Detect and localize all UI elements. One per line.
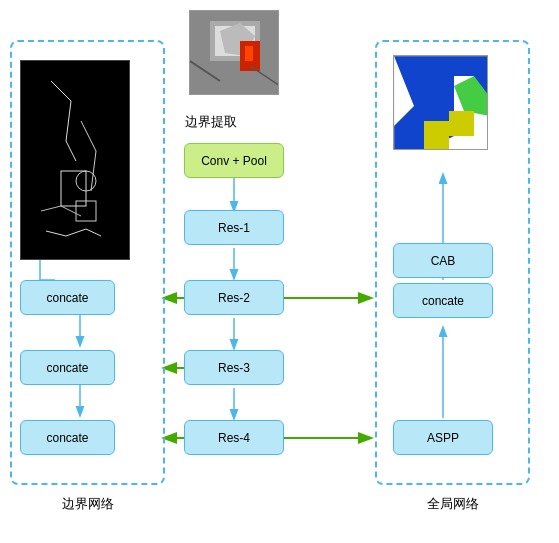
res3-block: Res-3	[184, 350, 284, 385]
left-box	[10, 40, 165, 485]
concate1-block: concate	[20, 280, 115, 315]
res2-block: Res-2	[184, 280, 284, 315]
res1-block: Res-1	[184, 210, 284, 245]
concate2-block: concate	[20, 350, 115, 385]
aerial-photo	[189, 10, 279, 95]
svg-rect-19	[245, 46, 253, 61]
left-box-label: 边界网络	[10, 495, 165, 513]
edge-extract-label: 边界提取	[185, 113, 237, 131]
res4-block: Res-4	[184, 420, 284, 455]
concate3-block: concate	[20, 420, 115, 455]
conv-pool-block: Conv + Pool	[184, 143, 284, 178]
cab-block: CAB	[393, 243, 493, 278]
aspp-block: ASPP	[393, 420, 493, 455]
right-box-label: 全局网络	[375, 495, 530, 513]
concate-right-block: concate	[393, 283, 493, 318]
